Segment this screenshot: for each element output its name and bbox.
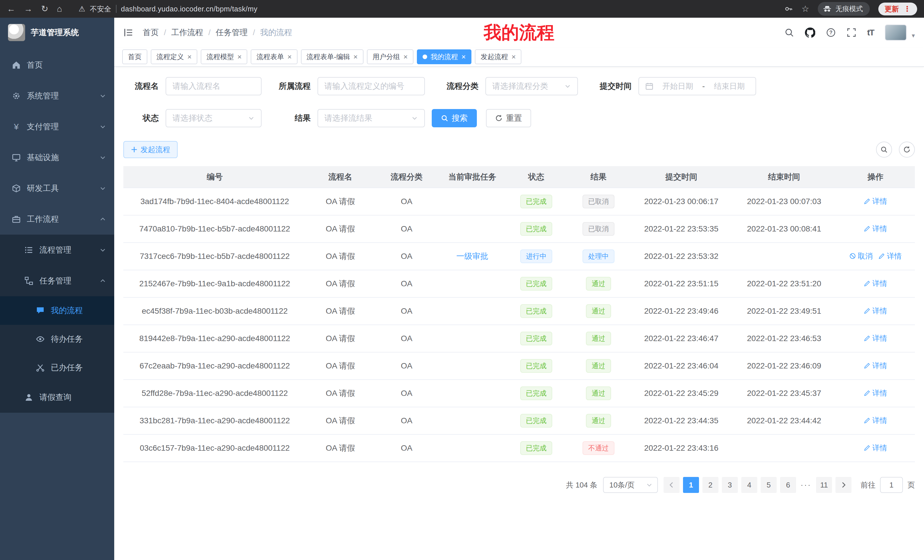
sidebar-item-home[interactable]: 首页 — [0, 49, 114, 81]
forward-icon[interactable]: → — [24, 4, 33, 13]
caret-down-icon[interactable]: ▾ — [912, 32, 915, 39]
collapse-sidebar-icon[interactable] — [123, 27, 134, 38]
close-icon[interactable]: × — [512, 53, 516, 60]
more-pages-icon[interactable]: ··· — [800, 481, 813, 490]
reset-button[interactable]: 重置 — [486, 109, 531, 127]
tab-my-process[interactable]: 我的流程× — [417, 49, 471, 64]
cell-submit-time: 2022-01-22 23:43:16 — [630, 434, 732, 462]
filter-row-1: 流程名 所属流程 流程分类 请选择流程分类 提交时间 — [123, 77, 915, 95]
app-logo-row[interactable]: 芋道管理系统 — [0, 18, 114, 47]
chevron-up-icon — [99, 277, 106, 284]
current-task-link[interactable]: 一级审批 — [456, 252, 488, 261]
action-detail-link[interactable]: 详情 — [864, 443, 887, 453]
process-name-input[interactable] — [166, 77, 261, 95]
action-detail-link[interactable]: 详情 — [878, 251, 902, 261]
key-icon[interactable] — [784, 4, 793, 13]
status-select[interactable]: 请选择状态 — [166, 109, 261, 127]
show-search-button[interactable] — [876, 142, 892, 157]
close-icon[interactable]: × — [404, 53, 408, 60]
back-icon[interactable]: ← — [7, 4, 15, 13]
sidebar-item-done-tasks[interactable]: 已办任务 — [0, 353, 114, 382]
action-detail-link[interactable]: 详情 — [864, 196, 887, 207]
start-process-button[interactable]: 发起流程 — [123, 141, 178, 158]
sidebar-item-dev-tools[interactable]: 研发工具 — [0, 173, 114, 204]
sidebar-item-payment[interactable]: ¥支付管理 — [0, 111, 114, 142]
page-3-button[interactable]: 3 — [722, 477, 738, 493]
search-icon[interactable] — [784, 28, 794, 37]
sidebar-item-my-process[interactable]: 我的流程 — [0, 296, 114, 325]
action-cancel-link[interactable]: 取消 — [849, 251, 873, 261]
breadcrumb-item[interactable]: 任务管理 — [216, 27, 248, 38]
sidebar-item-leave-query[interactable]: 请假查询 — [0, 382, 114, 413]
prev-page-button[interactable] — [664, 477, 680, 493]
browser-menu-icon[interactable]: ⋮ — [903, 4, 911, 13]
page-4-button[interactable]: 4 — [741, 477, 757, 493]
reload-icon[interactable]: ↻ — [41, 4, 48, 13]
status-badge: 已完成 — [520, 222, 552, 236]
user-avatar[interactable] — [885, 24, 907, 40]
page-5-button[interactable]: 5 — [760, 477, 777, 493]
todo-icon — [35, 335, 45, 343]
chevron-up-icon — [99, 216, 106, 223]
column-header: 当前审批任务 — [439, 166, 506, 188]
tab-user-group[interactable]: 用户分组× — [367, 49, 414, 64]
page-11-button[interactable]: 11 — [816, 477, 832, 493]
date-range-picker[interactable]: 开始日期 - 结束日期 — [639, 77, 756, 95]
category-select[interactable]: 请选择流程分类 — [485, 77, 578, 95]
close-icon[interactable]: × — [237, 53, 242, 60]
action-detail-link[interactable]: 详情 — [864, 333, 887, 343]
action-detail-link[interactable]: 详情 — [864, 388, 887, 398]
site-info[interactable]: ⚠ 不安全 dashboard.yudao.iocoder.cn/bpm/tas… — [78, 4, 257, 14]
home-icon[interactable]: ⌂ — [57, 4, 62, 13]
github-icon[interactable] — [805, 27, 815, 38]
sidebar-item-workflow[interactable]: 工作流程 — [0, 204, 114, 235]
action-detail-link[interactable]: 详情 — [864, 306, 887, 316]
tab-process-form-edit[interactable]: 流程表单-编辑× — [301, 49, 363, 64]
action-detail-link[interactable]: 详情 — [864, 361, 887, 371]
goto-page: 前往 页 — [861, 477, 915, 493]
process-definition-input[interactable] — [318, 77, 425, 95]
cell-id: 52ffd28e-7b9a-11ec-a290-acde48001122 — [123, 380, 306, 407]
action-detail-link[interactable]: 详情 — [864, 416, 887, 425]
sidebar-item-todo-tasks[interactable]: 待办任务 — [0, 325, 114, 353]
fullscreen-icon[interactable] — [847, 28, 856, 37]
breadcrumb-item[interactable]: 工作流程 — [171, 27, 203, 38]
page-1-button[interactable]: 1 — [683, 477, 699, 493]
cell-actions: 取消详情 — [836, 243, 915, 270]
bookmark-star-icon[interactable]: ☆ — [801, 4, 809, 13]
url-text[interactable]: dashboard.yudao.iocoder.cn/bpm/task/my — [121, 5, 258, 13]
breadcrumb-item[interactable]: 首页 — [143, 27, 159, 38]
sidebar-item-system[interactable]: 系统管理 — [0, 81, 114, 111]
cell-id: ec45f38f-7b9a-11ec-b03b-acde48001122 — [123, 297, 306, 325]
sidebar-item-infrastructure[interactable]: 基础设施 — [0, 142, 114, 173]
page-2-button[interactable]: 2 — [702, 477, 718, 493]
cell-result: 处理中 — [567, 243, 630, 270]
action-detail-link[interactable]: 详情 — [864, 279, 887, 289]
close-icon[interactable]: × — [354, 53, 358, 60]
sidebar-item-task-mgmt[interactable]: 任务管理 — [0, 265, 114, 296]
page-6-button[interactable]: 6 — [780, 477, 796, 493]
close-icon[interactable]: × — [287, 53, 291, 60]
close-icon[interactable]: × — [461, 53, 466, 60]
help-icon[interactable]: ? — [826, 28, 836, 37]
update-button[interactable]: 更新 ⋮ — [878, 3, 917, 15]
tab-process-form[interactable]: 流程表单× — [251, 49, 297, 64]
page-size-select[interactable]: 10条/页 — [603, 477, 658, 493]
incognito-badge[interactable]: 无痕模式 — [818, 2, 870, 16]
tools-icon — [11, 184, 21, 193]
result-badge: 通过 — [586, 386, 611, 400]
action-detail-link[interactable]: 详情 — [864, 224, 887, 234]
main-area: 首页/工作流程/任务管理/我的流程 我的流程 ? tT ▾ 首页流程定义×流程模… — [114, 18, 924, 560]
result-select[interactable]: 请选择流结果 — [318, 109, 425, 127]
search-button[interactable]: 搜索 — [432, 109, 477, 127]
close-icon[interactable]: × — [188, 53, 192, 60]
sidebar-item-process-mgmt[interactable]: 流程管理 — [0, 235, 114, 265]
goto-page-input[interactable] — [880, 477, 903, 493]
next-page-button[interactable] — [836, 477, 852, 493]
font-size-icon[interactable]: tT — [867, 28, 874, 37]
tab-home[interactable]: 首页 — [122, 49, 147, 64]
tab-process-model[interactable]: 流程模型× — [201, 49, 247, 64]
tab-start-process[interactable]: 发起流程× — [475, 49, 521, 64]
refresh-table-button[interactable] — [899, 142, 915, 157]
tab-process-definition[interactable]: 流程定义× — [151, 49, 197, 64]
